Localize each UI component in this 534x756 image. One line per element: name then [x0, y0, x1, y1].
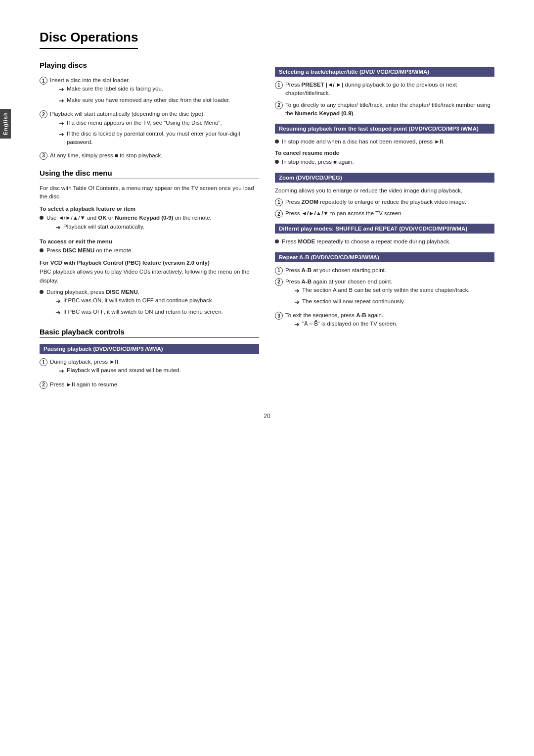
arrow-icon: ➜	[55, 223, 61, 233]
list-item: 2 Press A-B again at your chosen end poi…	[275, 278, 494, 308]
pausing-list: 1 During playback, press ►II. ➜ Playback…	[40, 358, 259, 389]
step-number: 1	[275, 81, 283, 89]
selecting-track-box: Selecting a track/chapter/title (DVD/ VC…	[275, 67, 494, 77]
arrow-text: Make sure the label side is facing you.	[67, 85, 163, 93]
zoom-box: Zoom (DVD/VCD/JPEG)	[275, 173, 494, 183]
vcd-pbc-list: During playback, press DISC MENU. ➜ If P…	[40, 288, 259, 319]
list-item: Press DISC MENU on the remote.	[40, 246, 259, 255]
select-feature-heading: To select a playback feature or item	[40, 206, 259, 212]
page-title: Disc Operations	[40, 30, 138, 49]
step-number: 3	[40, 152, 47, 160]
bullet-icon	[275, 160, 279, 164]
repeat-ab-box: Repeat A-B (DVD/VCD/CD/MP3/WMA)	[275, 252, 494, 262]
cancel-resume-heading: To cancel resume mode	[275, 150, 494, 156]
arrow-item: ➜ If PBC was OFF, it will switch to ON a…	[55, 308, 223, 318]
arrow-icon: ➜	[59, 85, 64, 94]
step-number: 1	[275, 267, 283, 275]
list-item: In stop mode, press ■ again.	[275, 158, 494, 166]
list-item: 1 Insert a disc into the slot loader. ➜ …	[40, 76, 259, 107]
step-number: 1	[40, 358, 47, 366]
bullet-icon	[40, 248, 44, 252]
arrow-icon: ➜	[55, 308, 61, 318]
step-text: Playback will start automatically (depen…	[50, 111, 205, 117]
list-item: 1 During playback, press ►II. ➜ Playback…	[40, 358, 259, 378]
step-number: 1	[275, 198, 283, 206]
arrow-item: ➜ Playback will start automatically.	[55, 223, 212, 233]
list-item: 2 Playback will start automatically (dep…	[40, 110, 259, 148]
list-item: 1 Press ZOOM repeatedly to enlarge or re…	[275, 198, 494, 206]
arrow-item: ➜ The section A and B can be set only wi…	[294, 286, 470, 296]
list-item: Press MODE repeatedly to choose a repeat…	[275, 237, 494, 246]
bullet-icon	[275, 140, 279, 143]
arrow-item: ➜ Playback will pause and sound will be …	[59, 366, 181, 376]
arrow-text: The section will now repeat continuously…	[302, 297, 405, 306]
step-number: 2	[40, 110, 47, 118]
vcd-pbc-intro: PBC playback allows you to play Video CD…	[40, 268, 259, 285]
selecting-track-list: 1 Press PRESET |◄/ ►| during playback to…	[275, 81, 494, 118]
step-number: 3	[275, 312, 283, 320]
step-number: 2	[275, 210, 283, 218]
arrow-icon: ➜	[294, 320, 300, 330]
arrow-text: Playback will pause and sound will be mu…	[67, 366, 181, 375]
arrow-item: ➜ "Ā～B̄" is displayed on the TV screen.	[294, 320, 398, 330]
list-item: In stop mode and when a disc has not bee…	[275, 138, 494, 146]
step-number: 2	[275, 278, 283, 286]
english-tab: English	[0, 109, 11, 139]
arrow-icon: ➜	[55, 296, 61, 306]
arrow-item: ➜ If PBC was ON, it will switch to OFF a…	[55, 296, 223, 306]
arrow-text: The section A and B can be set only with…	[302, 286, 470, 294]
step-number: 2	[275, 101, 283, 109]
list-item: Use ◄/►/▲/▼ and OK or Numeric Keypad (0-…	[40, 214, 259, 234]
playing-discs-list: 1 Insert a disc into the slot loader. ➜ …	[40, 76, 259, 160]
arrow-item: ➜ If a disc menu appears on the TV, see …	[59, 119, 259, 129]
arrow-icon: ➜	[59, 96, 64, 106]
pausing-box-heading: Pausing playback (DVD/VCD/CD/MP3 /WMA)	[40, 344, 259, 354]
different-play-modes-box: Differnt play modes: SHUFFLE and REPEAT …	[275, 224, 494, 234]
repeat-ab-list: 1 Press A-B at your chosen starting poin…	[275, 266, 494, 331]
playing-discs-heading: Playing discs	[40, 61, 259, 71]
list-item: 3 To exit the sequence, press A-B again.…	[275, 311, 494, 331]
arrow-text: If PBC was OFF, it will switch to ON and…	[63, 308, 223, 316]
two-column-layout: Playing discs 1 Insert a disc into the s…	[40, 61, 494, 393]
step-text: At any time, simply press ■ to stop play…	[50, 151, 162, 160]
list-item: During playback, press DISC MENU. ➜ If P…	[40, 288, 259, 319]
arrow-item: ➜ Make sure you have removed any other d…	[59, 96, 230, 106]
arrow-item: ➜ The section will now repeat continuous…	[294, 297, 470, 307]
arrow-item: ➜ Make sure the label side is facing you…	[59, 85, 230, 94]
vcd-pbc-heading: For VCD with Playback Control (PBC) feat…	[40, 260, 259, 266]
arrow-icon: ➜	[59, 119, 64, 129]
arrow-text: "Ā～B̄" is displayed on the TV screen.	[302, 320, 398, 328]
arrow-icon: ➜	[59, 366, 64, 376]
bullet-icon	[275, 239, 279, 243]
arrow-icon: ➜	[294, 286, 300, 296]
bullet-icon	[40, 216, 44, 220]
arrow-text: If PBC was ON, it will switch to OFF and…	[63, 296, 214, 305]
list-item: 1 Press A-B at your chosen starting poin…	[275, 266, 494, 275]
left-column: Playing discs 1 Insert a disc into the s…	[40, 61, 259, 393]
arrow-text: If a disc menu appears on the TV, see "U…	[67, 119, 222, 127]
zoom-intro: Zooming allows you to enlarge or reduce …	[275, 187, 494, 195]
access-menu-heading: To access or exit the menu	[40, 238, 259, 244]
list-item: 3 At any time, simply press ■ to stop pl…	[40, 151, 259, 160]
arrow-icon: ➜	[59, 130, 64, 140]
basic-playback-heading: Basic playback controls	[40, 328, 259, 338]
different-play-modes-list: Press MODE repeatedly to choose a repeat…	[275, 237, 494, 246]
arrow-item: ➜ If the disc is locked by parental cont…	[59, 130, 259, 147]
step-text: Insert a disc into the slot loader.	[50, 77, 130, 83]
step-number: 2	[40, 381, 47, 389]
list-item: 2 Press ◄/►/▲/▼ to pan across the TV scr…	[275, 209, 494, 218]
list-item: 2 Press ►II again to resume.	[40, 380, 259, 389]
access-menu-list: Press DISC MENU on the remote.	[40, 246, 259, 255]
using-disc-menu-heading: Using the disc menu	[40, 169, 259, 179]
page: English Disc Operations Playing discs 1 …	[0, 0, 534, 756]
zoom-list: 1 Press ZOOM repeatedly to enlarge or re…	[275, 198, 494, 218]
select-feature-list: Use ◄/►/▲/▼ and OK or Numeric Keypad (0-…	[40, 214, 259, 234]
resuming-playback-list: In stop mode and when a disc has not bee…	[275, 138, 494, 146]
list-item: 1 Press PRESET |◄/ ►| during playback to…	[275, 81, 494, 98]
list-item: 2 To go directly to any chapter/ title/t…	[275, 101, 494, 118]
arrow-text: If the disc is locked by parental contro…	[67, 130, 259, 147]
page-number: 20	[40, 413, 494, 420]
disc-menu-intro: For disc with Table Of Contents, a menu …	[40, 184, 259, 201]
bullet-icon	[40, 290, 44, 294]
arrow-text: Playback will start automatically.	[63, 223, 144, 231]
